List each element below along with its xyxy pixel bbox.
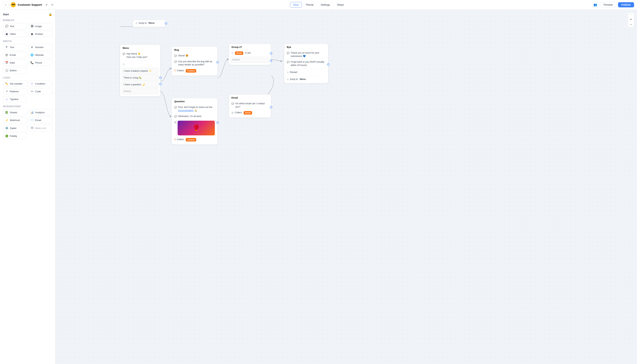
conn-dot-jump-top-right — [165, 22, 167, 24]
conn-dot-menu-bug — [159, 77, 161, 79]
block-text-input-label: Text — [10, 46, 14, 49]
block-website-label: Website — [35, 54, 44, 56]
email-item-1: 💬 On which email can I contact you? — [230, 101, 270, 110]
menu-option-feature[interactable]: I have a feature request ✨ — [122, 68, 159, 74]
block-text-input[interactable]: T Text — [3, 44, 27, 50]
group7-filter-text: is set — [245, 52, 251, 55]
block-video-label: Video — [10, 32, 16, 35]
block-email-int[interactable]: ✉️ Email — [28, 117, 52, 123]
block-typebot[interactable]: ◇ Typebot — [3, 96, 27, 102]
node-bug[interactable]: Bug 💬 Shoot! 🤩 💬 Can you describe the bu… — [171, 46, 218, 76]
block-zapier-label: Zapier — [10, 127, 17, 130]
block-webhook[interactable]: ⚡ Webhook — [3, 117, 27, 123]
undo-redo-group: ↺ ↻ — [44, 2, 55, 7]
block-button[interactable]: ⬜ Button — [3, 67, 27, 74]
back-button[interactable]: ← — [3, 2, 9, 8]
lock-icon: 🔒 — [49, 12, 52, 16]
menu-greeting-text: Hey friend 👋How can I help you? — [126, 52, 147, 59]
chat-icon-email: 💬 — [232, 102, 234, 105]
topnav-right: 👥 Preview Publish — [592, 2, 634, 8]
block-analytics[interactable]: 📊 Analytics — [28, 109, 52, 116]
zoom-out-button[interactable]: − — [628, 22, 634, 27]
block-set-variable-label: Set variable — [10, 82, 23, 85]
canvas-inner: ◎ Jump to Menu Menu 💬 Hey friend 👋How ca… — [55, 10, 387, 212]
block-date[interactable]: 📅 Date — [3, 60, 27, 66]
node-menu[interactable]: Menu 💬 Hey friend 👋How can I help you? ☑… — [120, 44, 160, 96]
section-logic-label: Logic — [3, 76, 52, 79]
conn-dot-group7-top — [270, 52, 272, 54]
email-input-icon: @ — [5, 54, 8, 56]
question-collect-badge: Content — [186, 138, 196, 142]
block-code[interactable]: </> Code — [28, 88, 52, 94]
menu-option-question[interactable]: I have a question 🌙 — [122, 82, 159, 88]
block-embed[interactable]: ▣ Embed — [28, 31, 52, 37]
set-variable-icon: ✏️ — [5, 82, 8, 85]
node-menu-header: Menu — [120, 45, 160, 50]
node-question[interactable]: Question 💬 First, don't forget to check … — [171, 98, 218, 144]
bye-restart-label: Restart — [290, 71, 297, 74]
node-group7[interactable]: Group #7 ▽ Email is set Default — [229, 44, 271, 65]
tab-settings[interactable]: Settings — [318, 2, 333, 8]
chat-icon-bug2: 💬 — [174, 60, 177, 63]
preview-button[interactable]: Preview — [600, 2, 616, 8]
group7-default[interactable]: Default — [230, 57, 270, 63]
button-icon: ⬜ — [5, 69, 8, 72]
block-condition[interactable]: ▽ Condition — [28, 80, 52, 87]
section-bubbles-label: Bubbles — [3, 19, 52, 22]
embed-icon: ▣ — [31, 32, 34, 35]
menu-option-default[interactable]: Default — [122, 88, 159, 94]
bug-collect-label: Collect — [177, 69, 184, 72]
block-website[interactable]: 🌐 Website — [28, 52, 52, 58]
node-jump-top[interactable]: ◎ Jump to Menu — [133, 20, 166, 27]
menu-option-bug[interactable]: There is a bug 🐛 — [122, 74, 159, 81]
tab-flow[interactable]: Flow — [290, 2, 302, 8]
publish-button[interactable]: Publish — [618, 2, 634, 7]
block-makecom[interactable]: Ⓜ Make.com — [28, 125, 52, 131]
pabbly-icon: 🟢 — [5, 134, 8, 138]
restart-icon: ☑ — [287, 71, 289, 74]
redo-button[interactable]: ↻ — [50, 2, 55, 7]
typebot-icon: ◇ — [5, 98, 8, 100]
tab-theme[interactable]: Theme — [302, 2, 317, 8]
undo-button[interactable]: ↺ — [44, 2, 49, 7]
conn-dot-question-right — [217, 122, 219, 124]
block-redirect[interactable]: ↗ Redirect — [3, 88, 27, 94]
sidebar-header: Start 🔒 — [3, 12, 52, 16]
zapier-icon: ⚙️ — [5, 126, 8, 130]
date-icon: 📅 — [5, 61, 8, 64]
block-number[interactable]: # Number — [28, 44, 52, 50]
block-phone[interactable]: 📞 Phone — [28, 60, 52, 66]
tab-share[interactable]: Share — [334, 2, 347, 8]
block-text[interactable]: 💬 Text — [3, 23, 27, 29]
gif-placeholder: 🥊 — [178, 121, 215, 136]
node-email[interactable]: Email 💬 On which email can I contact you… — [229, 94, 271, 118]
zoom-in-button[interactable]: + — [628, 17, 634, 22]
bye-jump: ◎ Jump to Menu — [286, 77, 327, 82]
start-label: Start — [3, 13, 9, 16]
group7-filter: ▽ Email is set — [230, 50, 270, 56]
block-sheets[interactable]: 📗 Sheets — [3, 109, 27, 116]
gif-icon: 🖼 — [174, 121, 176, 124]
node-bye[interactable]: Bye 💬 Thank you so much for your submiss… — [284, 44, 328, 83]
gif-inner: 🥊 — [192, 124, 200, 132]
jump-icon-bye: ◎ — [287, 78, 289, 80]
zoom-more-button[interactable]: ⋯ — [629, 13, 633, 17]
block-date-label: Date — [10, 61, 15, 64]
block-pabbly[interactable]: 🟢 Pabbly — [3, 133, 27, 139]
block-video[interactable]: ▣ Video — [3, 31, 27, 37]
block-zapier[interactable]: ⚙️ Zapier — [3, 125, 27, 131]
canvas[interactable]: ◎ Jump to Menu Menu 💬 Hey friend 👋How ca… — [55, 10, 637, 364]
chat-icon-q2: 💬 — [174, 115, 177, 118]
node-email-body: 💬 On which email can I contact you? @ Co… — [229, 100, 271, 118]
zoom-controls: ⋯ + − — [628, 12, 634, 27]
block-email[interactable]: @ Email — [3, 52, 27, 58]
block-text-label: Text — [10, 25, 14, 28]
people-button[interactable]: 👥 — [592, 2, 598, 8]
conn-dot-email-right — [270, 106, 272, 108]
chat-icon-bye2: 💬 — [287, 60, 290, 64]
filter-icon: ▽ — [232, 52, 233, 55]
block-image[interactable]: 🖼 Image — [28, 23, 52, 29]
bubbles-grid: 💬 Text 🖼 Image ▣ Video ▣ Embed — [3, 23, 52, 37]
node-group7-header: Group #7 — [229, 44, 271, 50]
block-set-variable[interactable]: ✏️ Set variable — [3, 80, 27, 87]
